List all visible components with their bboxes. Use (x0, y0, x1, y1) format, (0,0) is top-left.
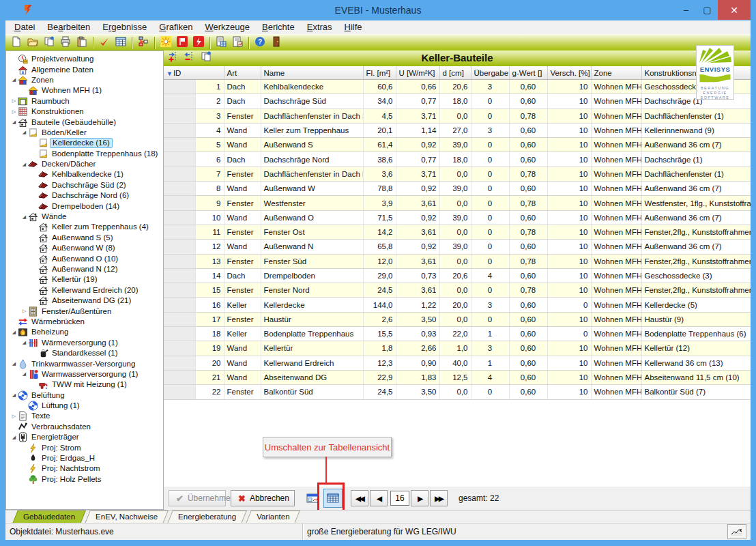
tree-item-außenwand-s-5[interactable]: Außenwand S (5) (6, 233, 163, 243)
tree-item-außenwand-o-10[interactable]: Außenwand O (10) (6, 253, 163, 263)
last-record-button[interactable]: ▶▶ (430, 490, 448, 506)
table-row[interactable]: 13FensterFenster Süd12,03,610,000,7810Wo… (164, 254, 751, 268)
tree-item-bodenplatte-treppenhaus-18[interactable]: Bodenplatte Treppenhaus (18) (6, 149, 163, 159)
tree-item-decken-dächer[interactable]: ◢Decken/Dächer (6, 159, 163, 169)
tree-item-wärmeversorgung-1[interactable]: ◢Wärmeversorgung (1) (6, 338, 163, 348)
column-header-id[interactable]: ▼ID (164, 66, 224, 80)
column-header-g-wert[interactable]: g-Wert [] (509, 66, 547, 80)
tree-item-tww-mit-heizung-1[interactable]: TWW mit Heizung (1) (6, 379, 163, 390)
chart-button[interactable] (727, 524, 746, 539)
tree-item-abseitenwand-dg-21[interactable]: Abseitenwand DG (21) (6, 296, 163, 306)
table-row[interactable]: 16KellerKellerdecke144,01,2220,030,600Wo… (164, 298, 751, 312)
row-selector[interactable] (164, 80, 195, 94)
row-selector[interactable] (164, 94, 195, 109)
tree-item-standardkessel-1[interactable]: Standardkessel (1) (6, 348, 163, 358)
bolt-button[interactable] (190, 35, 207, 50)
tree-item-allgemeine-daten[interactable]: Allgemeine Daten (6, 64, 163, 74)
row-selector[interactable] (164, 341, 195, 356)
tree-item-proj-nachtstrom[interactable]: Proj: Nachtstrom (6, 463, 163, 474)
tab-energieberatung[interactable]: Energieberatung (170, 511, 244, 523)
expander-closed-icon[interactable]: ▷ (10, 98, 18, 104)
row-selector[interactable] (164, 210, 195, 225)
tree-item-kellerwand-erdreich-20[interactable]: Kellerwand Erdreich (20) (6, 285, 163, 296)
tree-item-texte[interactable]: ▷Texte (6, 411, 163, 421)
table-row[interactable]: 10WandAußenwand O71,50,9239,000,6010Wohn… (164, 210, 751, 225)
previous-record-button[interactable]: ◀ (370, 490, 388, 506)
tree-item-außenwand-w-8[interactable]: Außenwand W (8) (6, 243, 163, 253)
apply-button[interactable]: ✔ Übernehmen (169, 490, 226, 506)
table-row[interactable]: 15FensterFenster Nord24,53,610,000,7810W… (164, 283, 751, 298)
tree-item-wände[interactable]: ◢Wände (6, 212, 163, 222)
expander-open-icon[interactable]: ◢ (20, 371, 28, 377)
table-row[interactable]: 5WandAußenwand S61,40,9239,000,6010Wohne… (164, 138, 751, 152)
row-selector[interactable] (164, 283, 195, 298)
menu-hilfe[interactable]: Hilfe (338, 20, 368, 34)
row-selector[interactable] (164, 327, 195, 341)
tree-item-lüftung-1[interactable]: Lüftung (1) (6, 401, 163, 411)
tree-item-proj-erdgas-h[interactable]: Proj: Erdgas_H (6, 453, 163, 463)
tree-item-warmwasserversorgung-1[interactable]: ◢Warmwasserversorgung (1) (6, 369, 163, 379)
paste-button[interactable] (74, 35, 90, 50)
tree-item-proj-holz-pellets[interactable]: Proj: Holz Pellets (6, 474, 163, 485)
tree-item-raumbuch[interactable]: ▷Raumbuch (6, 96, 163, 106)
row-selector[interactable] (164, 370, 195, 384)
column-header-versch[interactable]: Versch. [%] (547, 66, 591, 80)
report-button[interactable] (213, 35, 229, 50)
flag-button[interactable] (174, 35, 190, 50)
tree-item-böden-keller[interactable]: ◢Böden/Keller (6, 128, 163, 138)
row-selector[interactable] (164, 152, 195, 167)
table-button[interactable] (113, 35, 129, 50)
close-button[interactable]: ✕ (718, 0, 751, 20)
tree-item-wärmebrücken[interactable]: Wärmebrücken (6, 317, 163, 327)
tree-item-dachschräge-nord-6[interactable]: Dachschräge Nord (6) (6, 190, 163, 201)
menu-ergebnisse[interactable]: Ergebnisse (96, 20, 153, 34)
tab-gebäudedaten[interactable]: Gebäudedaten (15, 511, 83, 523)
menu-extras[interactable]: Extras (301, 20, 338, 34)
table-row[interactable]: 6DachDachschräge Nord38,60,7718,000,6010… (164, 152, 751, 167)
tree-item-bauteile-gebäudehülle[interactable]: ◢Bauteile (Gebäudehülle) (6, 117, 163, 127)
help-button[interactable]: ? (252, 35, 268, 50)
open-folder-button[interactable] (25, 35, 41, 50)
column-header-übergabe[interactable]: Übergabe (471, 66, 509, 80)
tree-item-fenster-außentüren[interactable]: ▷Fenster/Außentüren (6, 306, 163, 316)
expander-closed-icon[interactable]: ▷ (10, 109, 18, 115)
row-selector[interactable] (164, 225, 195, 239)
expander-closed-icon[interactable]: ▷ (20, 308, 28, 314)
table-row[interactable]: 20WandKellerwand Erdreich12,30,9040,010,… (164, 356, 751, 370)
expander-open-icon[interactable]: ◢ (10, 119, 18, 125)
copy-button[interactable] (41, 35, 57, 50)
expander-open-icon[interactable]: ◢ (10, 77, 18, 83)
new-document-button[interactable] (8, 35, 25, 50)
row-selector[interactable] (164, 268, 195, 283)
row-selector[interactable] (164, 167, 195, 181)
table-row[interactable]: 9FensterWestfenster3,93,610,000,7810Wohn… (164, 196, 751, 210)
expander-open-icon[interactable]: ◢ (10, 330, 18, 335)
table-row[interactable]: 1DachKehlbalkendecke60,60,6620,630,6010W… (164, 80, 751, 94)
next-record-button[interactable]: ▶ (411, 490, 428, 506)
row-selector[interactable] (164, 254, 195, 268)
check-button[interactable] (96, 35, 113, 50)
column-header-name[interactable]: Name (261, 66, 363, 80)
tree-item-keller-zum-treppenhaus-4[interactable]: Keller zum Treppenhaus (4) (6, 222, 163, 232)
expander-open-icon[interactable]: ◢ (10, 435, 18, 440)
row-selector[interactable] (164, 182, 195, 196)
row-selector[interactable] (164, 356, 195, 370)
table-row[interactable]: 8WandAußenwand W78,80,9239,000,6010Wohne… (164, 182, 751, 196)
record-number-input[interactable]: 16 (390, 491, 409, 506)
expander-open-icon[interactable]: ◢ (20, 214, 28, 220)
row-selector[interactable] (164, 109, 195, 123)
tab-varianten[interactable]: Varianten (248, 511, 297, 523)
tree-item-kellertür-19[interactable]: Kellertür (19) (6, 274, 163, 285)
table-row[interactable]: 22FensterBalkontür Süd24,53,500,000,6010… (164, 385, 751, 399)
row-selector[interactable] (164, 298, 195, 312)
column-header-u-w-m-k[interactable]: U [W/m²K] (396, 66, 439, 80)
tree-item-verbrauchsdaten[interactable]: Verbrauchsdaten (6, 422, 163, 432)
tree-item-energieträger[interactable]: ◢Energieträger (6, 432, 163, 442)
first-record-button[interactable]: ◀◀ (351, 490, 368, 506)
table-row[interactable]: 2DachDachschräge Süd34,00,7718,000,6010W… (164, 94, 751, 109)
table-row[interactable]: 12WandAußenwand N65,80,9239,000,6010Wohn… (164, 240, 751, 254)
tree-item-projektverwaltung[interactable]: Projektverwaltung (6, 54, 163, 64)
tree-item-zonen[interactable]: ◢Zonen (6, 75, 163, 85)
row-selector[interactable] (164, 312, 195, 326)
tree-item-drempelboden-14[interactable]: Drempelboden (14) (6, 201, 163, 211)
